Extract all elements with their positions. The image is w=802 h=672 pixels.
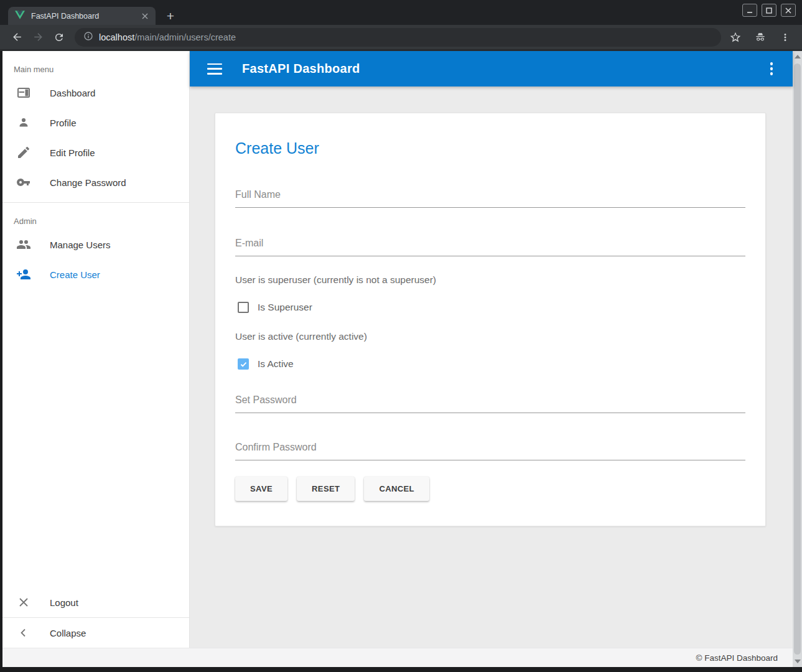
- sidebar-item-manage-users[interactable]: Manage Users: [2, 230, 189, 259]
- confirm-password-field-wrap: [235, 439, 745, 460]
- reload-icon[interactable]: [50, 28, 68, 47]
- browser-tab[interactable]: FastAPI Dashboard: [8, 7, 156, 25]
- sidebar-item-collapse[interactable]: Collapse: [2, 618, 189, 648]
- sidebar-section-main-menu: Main menu: [2, 51, 189, 78]
- is-active-checkbox[interactable]: [238, 358, 249, 370]
- sidebar-item-change-password[interactable]: Change Password: [2, 167, 189, 197]
- person-icon: [16, 115, 31, 130]
- key-icon: [16, 175, 31, 190]
- app-title: FastAPI Dashboard: [242, 62, 360, 76]
- page-scrollbar[interactable]: [793, 51, 802, 667]
- url-bar[interactable]: localhost/main/admin/users/create: [75, 28, 721, 47]
- chevron-left-icon: [16, 625, 31, 640]
- confirm-password-input[interactable]: [235, 439, 745, 460]
- site-info-icon[interactable]: [83, 31, 93, 44]
- scrollbar-up-arrow-icon[interactable]: [795, 55, 801, 58]
- is-superuser-checkbox-row[interactable]: Is Superuser: [235, 302, 745, 313]
- sidebar-item-create-user[interactable]: Create User: [2, 259, 189, 289]
- sidebar-item-logout[interactable]: Logout: [2, 587, 189, 617]
- pencil-icon: [16, 145, 31, 160]
- hamburger-menu-icon[interactable]: [207, 63, 222, 75]
- reset-button[interactable]: RESET: [297, 477, 355, 501]
- logout-x-icon: [16, 595, 31, 610]
- scrollbar-down-arrow-icon[interactable]: [795, 660, 801, 663]
- window-minimize-button[interactable]: [742, 4, 757, 17]
- page-title: Create User: [235, 139, 745, 157]
- sidebar: Main menu Dashboard Profile: [2, 51, 190, 648]
- new-tab-button[interactable]: +: [163, 9, 178, 24]
- browser-menu-icon[interactable]: [776, 28, 795, 47]
- browser-window: FastAPI Dashboard +: [0, 0, 802, 672]
- incognito-icon: [751, 28, 770, 47]
- bookmark-star-icon[interactable]: [726, 28, 745, 47]
- sidebar-section-admin: Admin: [2, 203, 189, 230]
- scrollbar-thumb[interactable]: [794, 63, 801, 655]
- window-maximize-button[interactable]: [762, 4, 776, 17]
- main-content: Create User User is superuser (currently…: [190, 86, 793, 648]
- window-close-button[interactable]: [781, 4, 796, 17]
- tab-close-icon[interactable]: [139, 11, 151, 22]
- full-name-field-wrap: [235, 187, 745, 208]
- active-hint: User is active (currently active): [235, 331, 745, 342]
- app-header: FastAPI Dashboard: [190, 51, 793, 86]
- set-password-field-wrap: [235, 392, 745, 413]
- sidebar-item-profile[interactable]: Profile: [2, 108, 189, 138]
- sidebar-item-dashboard[interactable]: Dashboard: [2, 78, 189, 108]
- page-footer: © FastAPI Dashboard: [2, 648, 793, 667]
- email-field-wrap: [235, 235, 745, 256]
- form-actions: SAVE RESET CANCEL: [235, 477, 745, 501]
- full-name-input[interactable]: [235, 187, 745, 208]
- sidebar-item-edit-profile[interactable]: Edit Profile: [2, 138, 189, 167]
- cancel-button[interactable]: CANCEL: [364, 477, 429, 501]
- set-password-input[interactable]: [235, 392, 745, 413]
- person-add-icon: [16, 267, 31, 282]
- create-user-card: Create User User is superuser (currently…: [215, 113, 766, 526]
- superuser-hint: User is superuser (currently is not a su…: [235, 274, 745, 286]
- people-icon: [16, 237, 31, 252]
- browser-titlebar: FastAPI Dashboard +: [0, 0, 802, 25]
- copyright-text: © FastAPI Dashboard: [696, 653, 778, 663]
- is-active-label: Is Active: [258, 358, 294, 370]
- url-host: localhost: [99, 32, 134, 42]
- vue-logo-icon: [15, 11, 25, 22]
- is-active-checkbox-row[interactable]: Is Active: [235, 358, 745, 370]
- back-icon[interactable]: [7, 28, 26, 47]
- email-input[interactable]: [235, 235, 745, 256]
- dashboard-icon: [16, 85, 31, 100]
- app-menu-kebab-icon[interactable]: [764, 62, 779, 77]
- save-button[interactable]: SAVE: [235, 477, 287, 501]
- browser-toolbar: localhost/main/admin/users/create: [0, 25, 802, 51]
- tab-title: FastAPI Dashboard: [31, 12, 139, 21]
- url-path: /main/admin/users/create: [134, 32, 236, 42]
- is-superuser-label: Is Superuser: [258, 302, 312, 313]
- forward-icon: [29, 28, 47, 47]
- is-superuser-checkbox[interactable]: [238, 302, 249, 313]
